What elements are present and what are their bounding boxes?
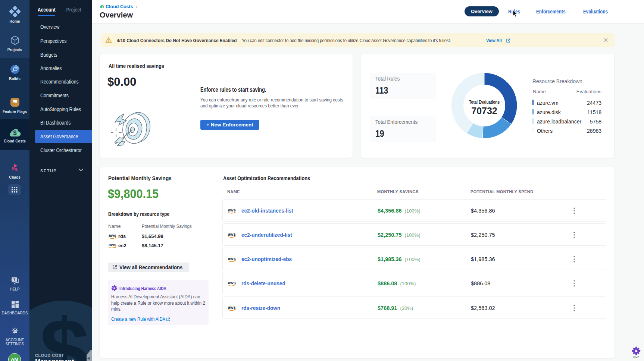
svg-text:$: $ — [102, 6, 103, 9]
svg-text:$: $ — [13, 130, 16, 136]
svg-text:aws: aws — [228, 232, 236, 236]
svg-text:?: ? — [13, 277, 15, 282]
svg-text:aws: aws — [109, 242, 116, 247]
svg-text:aws: aws — [228, 280, 236, 285]
svg-text:aws: aws — [228, 256, 236, 261]
svg-text:aws: aws — [109, 233, 116, 238]
svg-text:aws: aws — [228, 208, 236, 212]
svg-text:aws: aws — [228, 305, 236, 310]
